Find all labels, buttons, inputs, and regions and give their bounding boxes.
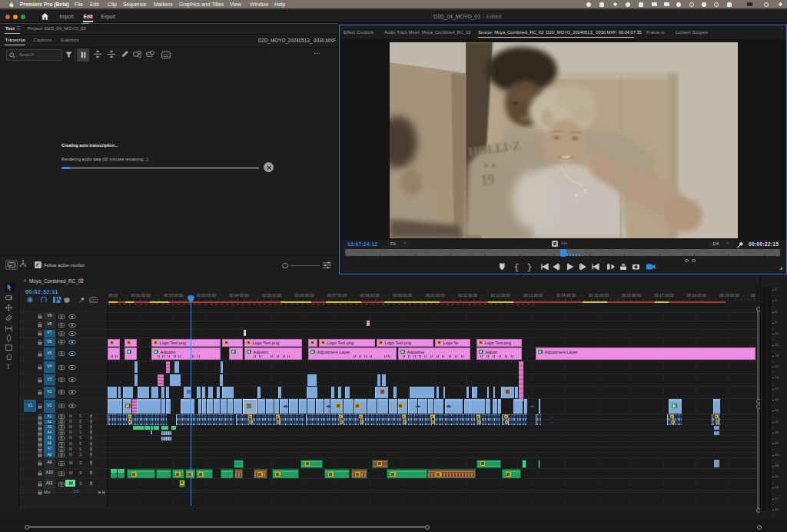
svg-text:{: {: [514, 264, 519, 272]
svg-text:T: T: [7, 363, 11, 370]
svg-text:CC: CC: [91, 299, 97, 303]
svg-text:CC: CC: [163, 52, 169, 57]
svg-text:}: }: [527, 264, 532, 272]
